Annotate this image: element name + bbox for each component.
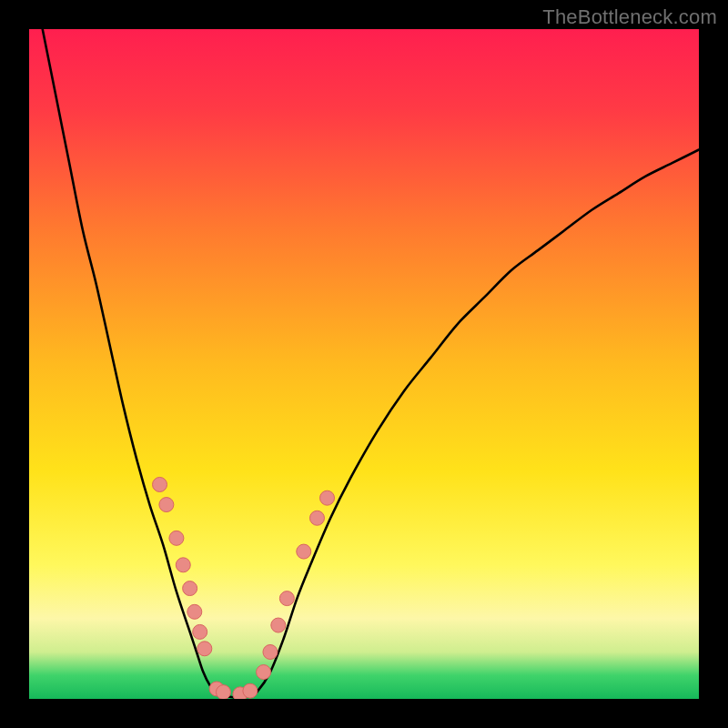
marker-dot — [257, 665, 271, 680]
outer-frame: TheBottleneck.com — [0, 0, 728, 728]
marker-dot — [193, 624, 207, 639]
marker-dot — [309, 511, 324, 525]
markers-group — [153, 477, 335, 699]
marker-dot — [153, 477, 167, 491]
marker-dot — [169, 531, 184, 545]
marker-dot — [297, 544, 311, 559]
marker-dot — [197, 642, 212, 656]
marker-dot — [263, 644, 278, 659]
marker-dot — [271, 618, 286, 632]
marker-dot — [159, 498, 174, 512]
marker-dot — [187, 604, 202, 619]
marker-dot — [216, 685, 230, 699]
marker-dot — [176, 558, 190, 572]
curve-markers — [29, 29, 699, 699]
watermark-text: TheBottleneck.com — [542, 5, 717, 29]
marker-dot — [279, 592, 294, 606]
plot-area — [29, 29, 699, 699]
marker-dot — [320, 490, 335, 505]
marker-dot — [243, 683, 258, 698]
marker-dot — [183, 581, 197, 596]
